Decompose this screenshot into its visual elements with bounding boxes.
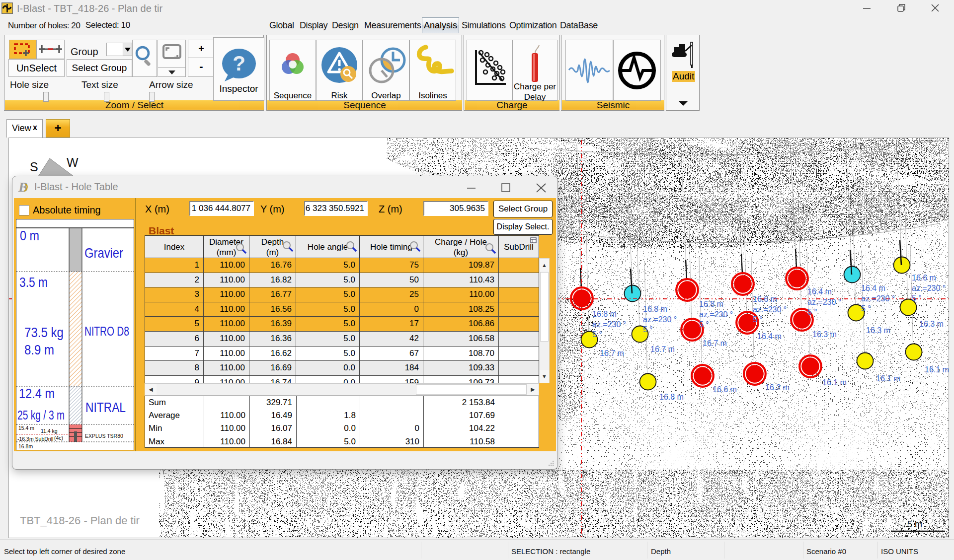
svg-text:W: W [67, 155, 79, 169]
svg-text:11.4 kg: 11.4 kg [41, 428, 58, 434]
svg-text:16.4 m: 16.4 m [807, 287, 832, 296]
svg-text:16.3 m: 16.3 m [812, 330, 837, 339]
svg-text:5 °: 5 ° [592, 330, 602, 339]
svg-text:B: B [18, 180, 28, 194]
svg-text:az.=230 °: az.=230 ° [699, 310, 733, 319]
svg-text:5 °: 5 ° [643, 325, 653, 334]
svg-text:16.6 m: 16.6 m [713, 385, 737, 394]
svg-text:25 kg / 3 m: 25 kg / 3 m [17, 408, 65, 422]
svg-text:12.4 m: 12.4 m [19, 386, 55, 401]
svg-text:16.1 m: 16.1 m [925, 365, 949, 374]
svg-text:16.8 m: 16.8 m [643, 305, 667, 313]
svg-text:?: ? [233, 52, 245, 75]
svg-text:16.8 m: 16.8 m [659, 393, 684, 401]
svg-text:Gravier: Gravier [84, 245, 123, 261]
svg-text:16.6 m: 16.6 m [912, 274, 936, 282]
svg-text:16.4 m: 16.4 m [861, 284, 885, 292]
svg-text:5 °: 5 ° [861, 304, 871, 313]
svg-text:16.1 m: 16.1 m [876, 374, 900, 383]
svg-text:(4c): (4c) [54, 435, 63, 441]
svg-text:0 m: 0 m [20, 228, 39, 243]
svg-text:5 m: 5 m [907, 519, 922, 529]
svg-text:NITRO D8: NITRO D8 [84, 324, 129, 338]
svg-text:az.=230 °: az.=230 ° [912, 284, 946, 292]
svg-text:5 °: 5 ° [912, 294, 922, 302]
svg-text:EXPLUS TSR80: EXPLUS TSR80 [85, 433, 123, 439]
svg-text:16.1 m: 16.1 m [822, 378, 847, 387]
svg-text:16.3 m: 16.3 m [866, 326, 890, 335]
svg-text:73.5 kg: 73.5 kg [24, 325, 64, 340]
svg-text:az.=230 °: az.=230 ° [861, 294, 895, 303]
svg-text:5 °: 5 ° [699, 320, 709, 329]
svg-text:az.=230 °: az.=230 ° [643, 315, 677, 324]
svg-text:S: S [30, 160, 38, 174]
svg-text:16.8m: 16.8m [18, 443, 33, 449]
svg-text:16.8 m: 16.8 m [699, 300, 723, 308]
svg-text:16.4 m: 16.4 m [757, 332, 782, 341]
svg-text:16.6 m: 16.6 m [753, 295, 777, 303]
svg-text:8.9 m: 8.9 m [24, 342, 54, 357]
svg-text:16.8 m: 16.8 m [592, 310, 617, 318]
svg-text:NITRAL: NITRAL [85, 400, 126, 415]
svg-text:az.=230 °: az.=230 ° [807, 298, 841, 306]
svg-text:5 °: 5 ° [807, 308, 817, 316]
svg-text:TBT_418-26 - Plan de tir: TBT_418-26 - Plan de tir [20, 514, 140, 527]
svg-text:16.7 m: 16.7 m [703, 339, 727, 348]
svg-text:5 °: 5 ° [753, 315, 763, 324]
svg-text:16.7 m: 16.7 m [600, 349, 624, 357]
svg-text:-16.3m SubDrill: -16.3m SubDrill [17, 436, 53, 442]
svg-text:16.3 m: 16.3 m [919, 320, 944, 328]
svg-text:az.=230 °: az.=230 ° [753, 305, 787, 314]
svg-text:16.7 m: 16.7 m [650, 345, 675, 353]
svg-text:16.2 m: 16.2 m [765, 383, 790, 392]
svg-text:az.=230 °: az.=230 ° [592, 320, 626, 329]
svg-text:3.5 m: 3.5 m [19, 275, 48, 290]
svg-text:15.4 m: 15.4 m [18, 425, 34, 431]
